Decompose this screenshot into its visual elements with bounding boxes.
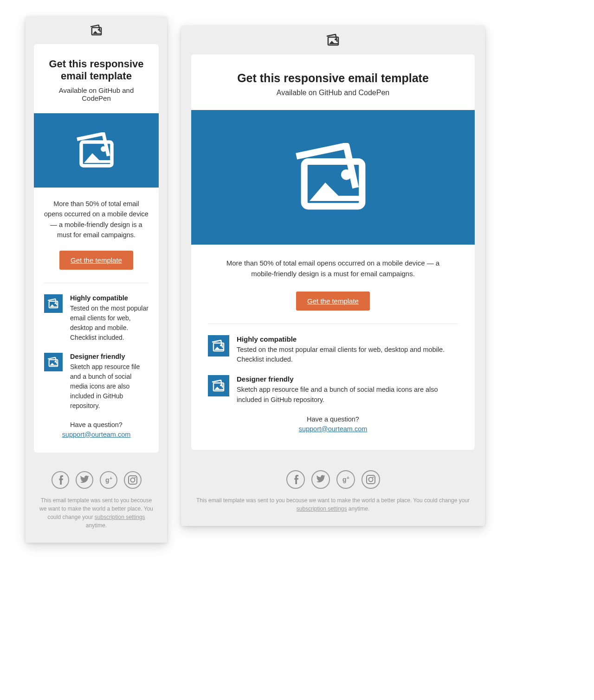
googleplus-icon[interactable] <box>336 470 355 489</box>
feature-desc: Tested on the most popular email clients… <box>237 345 458 365</box>
feature-title: Designer friendly <box>237 375 458 383</box>
question-block: Have a question? support@ourteam.com <box>208 415 458 433</box>
social-row <box>192 470 474 489</box>
question-text: Have a question? <box>208 415 458 423</box>
support-email-link[interactable]: support@ourteam.com <box>299 425 368 433</box>
legal-text: This email template was sent to you beco… <box>37 496 156 530</box>
header-logo-strip <box>181 26 485 54</box>
feature-icon <box>208 375 229 396</box>
email-card: Get this responsive email template Avail… <box>34 44 159 453</box>
email-footer: This email template was sent to you beco… <box>181 460 485 526</box>
email-subheading: Available on GitHub and CodePen <box>208 89 458 97</box>
email-subheading: Available on GitHub and CodePen <box>44 86 148 102</box>
feature-icon <box>44 353 63 371</box>
email-body: More than 50% of total email opens occur… <box>208 258 458 279</box>
hero-image <box>34 113 159 188</box>
feature-desc: Sketch app resource file and a bunch of … <box>70 362 148 411</box>
mobile-preview: Get this responsive email template Avail… <box>26 16 167 543</box>
pictures-icon <box>47 298 59 309</box>
feature-title: Designer friendly <box>70 353 148 360</box>
twitter-icon[interactable] <box>76 471 93 489</box>
cta-button[interactable]: Get the template <box>59 251 133 270</box>
pictures-icon <box>294 143 373 212</box>
pictures-icon <box>212 340 226 352</box>
pictures-icon <box>212 380 226 392</box>
email-footer: This email template was sent to you beco… <box>26 461 167 543</box>
email-card: Get this responsive email template Avail… <box>191 54 475 450</box>
divider <box>44 283 148 283</box>
social-row <box>37 471 156 489</box>
legal-pre: This email template was sent to you beco… <box>196 497 470 504</box>
desktop-preview: Get this responsive email template Avail… <box>181 26 485 526</box>
subscription-settings-link[interactable]: subscription settings <box>95 514 145 520</box>
pictures-icon <box>326 34 340 46</box>
facebook-icon[interactable] <box>52 471 69 489</box>
question-text: Have a question? <box>44 421 148 428</box>
feature-item: Designer friendly Sketch app resource fi… <box>208 375 458 405</box>
support-email-link[interactable]: support@ourteam.com <box>62 431 131 438</box>
feature-item: Highly compatible Tested on the most pop… <box>208 335 458 365</box>
pictures-icon <box>90 25 103 36</box>
googleplus-icon[interactable] <box>100 471 117 489</box>
header-logo-strip <box>26 16 167 44</box>
feature-desc: Tested on the most popular email clients… <box>70 304 148 343</box>
email-heading: Get this responsive email template <box>44 58 148 83</box>
instagram-icon[interactable] <box>362 470 380 489</box>
feature-icon <box>44 294 63 313</box>
twitter-icon[interactable] <box>311 470 330 489</box>
feature-title: Highly compatible <box>70 294 148 302</box>
question-block: Have a question? support@ourteam.com <box>44 421 148 439</box>
divider <box>208 324 458 324</box>
legal-text: This email template was sent to you beco… <box>192 496 474 513</box>
feature-item: Highly compatible Tested on the most pop… <box>44 294 148 343</box>
feature-item: Designer friendly Sketch app resource fi… <box>44 353 148 411</box>
pictures-icon <box>76 132 117 169</box>
feature-title: Highly compatible <box>237 335 458 343</box>
feature-desc: Sketch app resource file and a bunch of … <box>237 385 458 405</box>
facebook-icon[interactable] <box>286 470 305 489</box>
feature-icon <box>208 335 229 356</box>
email-heading: Get this responsive email template <box>208 71 458 85</box>
cta-button[interactable]: Get the template <box>296 292 370 311</box>
instagram-icon[interactable] <box>124 471 142 489</box>
email-body: More than 50% of total email opens occur… <box>44 199 148 240</box>
hero-image <box>191 110 475 245</box>
pictures-icon <box>47 357 59 367</box>
legal-post: anytime. <box>86 522 107 529</box>
legal-post: anytime. <box>347 506 370 512</box>
subscription-settings-link[interactable]: subscription settings <box>297 506 347 512</box>
